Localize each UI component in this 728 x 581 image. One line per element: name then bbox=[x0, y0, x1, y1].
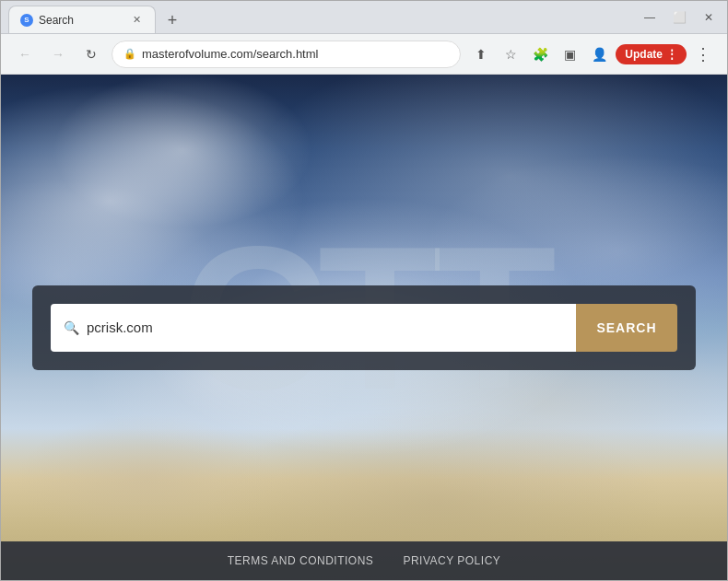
minimize-button[interactable]: — bbox=[639, 6, 661, 29]
share-icon[interactable]: ⬆ bbox=[468, 41, 494, 67]
sidebar-icon[interactable]: ▣ bbox=[557, 41, 582, 67]
restore-button[interactable]: ⬜ bbox=[668, 6, 690, 29]
url-text: masterofvolume.com/search.html bbox=[142, 47, 449, 61]
profile-icon[interactable]: 👤 bbox=[586, 41, 612, 67]
refresh-button[interactable]: ↻ bbox=[78, 41, 104, 67]
update-chevron-icon: ⋮ bbox=[666, 48, 677, 61]
privacy-link[interactable]: PRIVACY POLICY bbox=[403, 554, 500, 567]
browser-window: S Search ✕ + — ⬜ ✕ ← → ↻ 🔒 masterofvolum… bbox=[0, 0, 728, 581]
tab-title: Search bbox=[39, 14, 74, 27]
menu-button[interactable]: ⋮ bbox=[690, 41, 716, 67]
update-button[interactable]: Update ⋮ bbox=[616, 44, 687, 64]
new-tab-button[interactable]: + bbox=[159, 7, 185, 33]
window-controls: — ⬜ ✕ bbox=[639, 6, 720, 29]
title-bar: S Search ✕ + — ⬜ ✕ bbox=[1, 1, 727, 34]
tab-close-button[interactable]: ✕ bbox=[129, 13, 144, 28]
lock-icon: 🔒 bbox=[123, 48, 136, 60]
address-bar: ← → ↻ 🔒 masterofvolume.com/search.html ⬆… bbox=[1, 34, 727, 75]
bookmark-icon[interactable]: ☆ bbox=[498, 41, 523, 67]
active-tab[interactable]: S Search ✕ bbox=[8, 6, 156, 33]
forward-button[interactable]: → bbox=[45, 41, 71, 67]
search-button[interactable]: SEARCH bbox=[576, 304, 677, 352]
search-container: 🔍 SEARCH bbox=[32, 285, 696, 370]
tab-strip: S Search ✕ + bbox=[8, 1, 628, 33]
page-footer: TERMS AND CONDITIONS PRIVACY POLICY bbox=[1, 541, 727, 580]
omnibox[interactable]: 🔒 masterofvolume.com/search.html bbox=[112, 41, 461, 68]
close-window-button[interactable]: ✕ bbox=[698, 6, 720, 29]
tab-favicon: S bbox=[20, 14, 33, 27]
search-input-wrapper: 🔍 bbox=[51, 304, 576, 352]
search-box: 🔍 SEARCH bbox=[51, 304, 677, 352]
search-icon: 🔍 bbox=[64, 320, 79, 335]
page-content: CTT 🔍 SEARCH TERMS AND CONDITIONS PRIVAC… bbox=[1, 75, 727, 580]
toolbar-icons: ⬆ ☆ 🧩 ▣ 👤 Update ⋮ ⋮ bbox=[468, 41, 716, 67]
extensions-icon[interactable]: 🧩 bbox=[527, 41, 553, 67]
terms-link[interactable]: TERMS AND CONDITIONS bbox=[228, 554, 374, 567]
back-button[interactable]: ← bbox=[12, 41, 38, 67]
search-input[interactable] bbox=[87, 320, 563, 335]
